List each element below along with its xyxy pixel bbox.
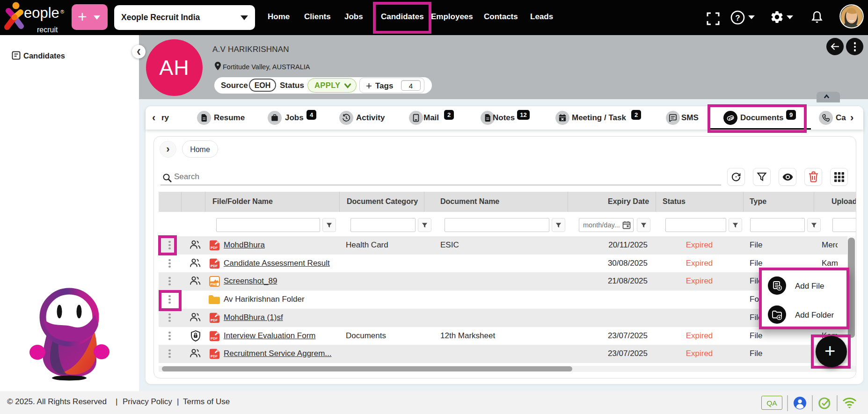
svg-text:PDF: PDF	[211, 354, 218, 358]
svg-text:?: ?	[735, 14, 740, 22]
svg-text:PDF: PDF	[211, 264, 218, 268]
svg-text:PDF: PDF	[211, 246, 218, 250]
svg-text:PNG: PNG	[211, 283, 218, 286]
svg-text:PDF: PDF	[211, 318, 218, 322]
svg-text:PDF: PDF	[211, 336, 218, 341]
